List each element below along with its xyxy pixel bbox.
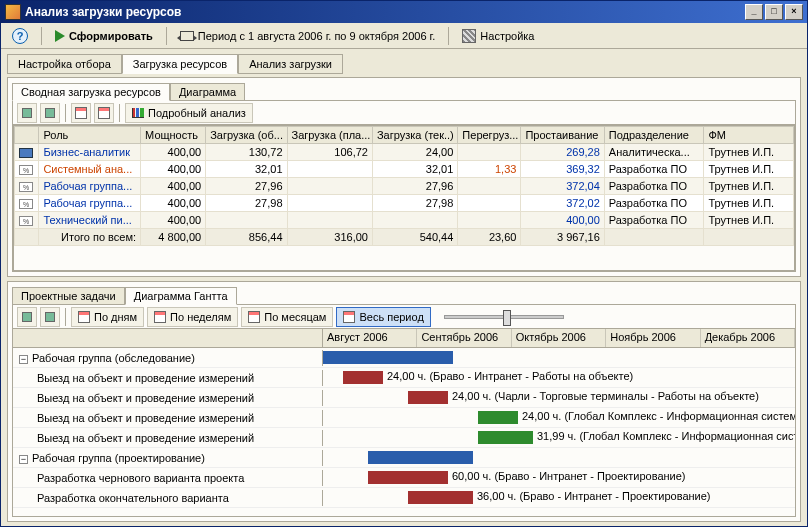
whole-period-button[interactable]: Весь период: [336, 307, 430, 327]
timeline-month: Сентябрь 2006: [417, 329, 511, 347]
gantt-bar-label: 36,00 ч. (Браво - Интранет - Проектирова…: [477, 490, 711, 502]
btn-expand-1[interactable]: [17, 103, 37, 123]
tab-load[interactable]: Загрузка ресурсов: [122, 54, 238, 74]
subtab-diagram[interactable]: Диаграмма: [170, 83, 245, 101]
content-area: Настройка отбора Загрузка ресурсов Анали…: [1, 49, 807, 526]
gantt-task-row[interactable]: Выезд на объект и проведение измерений24…: [13, 388, 795, 408]
col-icon[interactable]: [15, 127, 39, 144]
play-icon: [55, 30, 65, 42]
help-button[interactable]: ?: [5, 25, 35, 47]
col-ov[interactable]: Перегруз...: [458, 127, 521, 144]
gantt-bar[interactable]: [343, 371, 383, 384]
close-button[interactable]: ×: [785, 4, 803, 20]
table-row[interactable]: Бизнес-аналитик400,00130,72106,7224,0026…: [15, 144, 794, 161]
col-cap[interactable]: Мощность: [141, 127, 206, 144]
settings-button[interactable]: Настройка: [455, 25, 541, 47]
col-l3[interactable]: Загрузка (тек..): [372, 127, 457, 144]
timeline-month: Ноябрь 2006: [606, 329, 700, 347]
table-row[interactable]: %Технический пи...400,00400,00Разработка…: [15, 212, 794, 229]
tree-icon: [22, 108, 32, 118]
btn-gantt-1[interactable]: [17, 307, 37, 327]
gantt-header-left: [13, 329, 323, 347]
tree-toggle[interactable]: −: [19, 455, 28, 464]
gantt-row-bars: 36,00 ч. (Браво - Интранет - Проектирова…: [323, 488, 795, 507]
gantt-row-label: −Рабочая группа (обследование): [13, 350, 323, 366]
timeline-month: Октябрь 2006: [512, 329, 606, 347]
help-icon: ?: [12, 28, 28, 44]
gantt-row-label: Выезд на объект и проведение измерений: [13, 410, 323, 426]
gantt-bar-label: 60,00 ч. (Браво - Интранет - Проектирова…: [452, 470, 686, 482]
gantt-task-row[interactable]: Разработка окончательного варианта36,00 …: [13, 488, 795, 508]
btn-col-2[interactable]: [94, 103, 114, 123]
timeline-month: Август 2006: [323, 329, 417, 347]
gantt-bar[interactable]: [408, 491, 473, 504]
subtab-gantt[interactable]: Диаграмма Гантта: [125, 287, 237, 305]
maximize-button[interactable]: □: [765, 4, 783, 20]
gantt-body[interactable]: −Рабочая группа (обследование)Выезд на о…: [13, 348, 795, 516]
gantt-task-row[interactable]: Выезд на объект и проведение измерений31…: [13, 428, 795, 448]
gantt-bar[interactable]: [478, 431, 533, 444]
gantt-row-bars: 24,00 ч. (Глобал Комплекс - Информационн…: [323, 408, 795, 427]
gantt-timeline: Август 2006Сентябрь 2006Октябрь 2006Нояб…: [323, 329, 795, 347]
app-window: Анализ загрузки ресурсов _ □ × ? Сформир…: [0, 0, 808, 527]
table-row[interactable]: %Рабочая группа...400,0027,9827,98372,02…: [15, 195, 794, 212]
col-dept[interactable]: Подразделение: [604, 127, 704, 144]
by-week-button[interactable]: По неделям: [147, 307, 238, 327]
col-idle[interactable]: Простаивание: [521, 127, 604, 144]
period-icon: [180, 31, 194, 41]
by-day-button[interactable]: По дням: [71, 307, 144, 327]
gantt-row-label: Выезд на объект и проведение измерений: [13, 370, 323, 386]
gantt-bar-label: 31,99 ч. (Глобал Комплекс - Информационн…: [537, 430, 795, 442]
zoom-slider[interactable]: [444, 315, 564, 319]
gantt-bar[interactable]: [368, 451, 473, 464]
gantt-group-row[interactable]: −Рабочая группа (проектирование): [13, 448, 795, 468]
tab-analysis[interactable]: Анализ загрузки: [238, 54, 343, 74]
main-toolbar: ? Сформировать Период с 1 августа 2006 г…: [1, 23, 807, 49]
slider-thumb[interactable]: [503, 310, 511, 326]
btn-col-1[interactable]: [71, 103, 91, 123]
calendar-icon: [343, 311, 355, 323]
gantt-bar[interactable]: [368, 471, 448, 484]
gantt-row-label: −Рабочая группа (проектирование): [13, 450, 323, 466]
calendar-icon: [78, 311, 90, 323]
gantt-task-row[interactable]: Выезд на объект и проведение измерений24…: [13, 368, 795, 388]
btn-gantt-2[interactable]: [40, 307, 60, 327]
by-month-button[interactable]: По месяцам: [241, 307, 333, 327]
gantt-row-bars: [323, 348, 795, 367]
table-row[interactable]: %Рабочая группа...400,0027,9627,96372,04…: [15, 178, 794, 195]
bot-subpanel: По дням По неделям По месяцам Весь перио…: [12, 304, 796, 517]
btn-expand-2[interactable]: [40, 103, 60, 123]
gantt-row-bars: 24,00 ч. (Чарли - Торговые терминалы - Р…: [323, 388, 795, 407]
top-panel: Сводная загрузка ресурсов Диаграмма Подр…: [7, 77, 801, 277]
titlebar: Анализ загрузки ресурсов _ □ ×: [1, 1, 807, 23]
col-fm[interactable]: ФМ: [704, 127, 794, 144]
gantt-row-label: Выезд на объект и проведение измерений: [13, 430, 323, 446]
period-button[interactable]: Период с 1 августа 2006 г. по 9 октября …: [173, 25, 443, 47]
gantt-task-row[interactable]: Выезд на объект и проведение измерений24…: [13, 408, 795, 428]
window-title: Анализ загрузки ресурсов: [25, 5, 181, 19]
form-button[interactable]: Сформировать: [48, 25, 160, 47]
bot-mini-toolbar: По дням По неделям По месяцам Весь перио…: [13, 305, 795, 329]
gantt-task-row[interactable]: Разработка чернового варианта проекта60,…: [13, 468, 795, 488]
col-role[interactable]: Роль: [39, 127, 141, 144]
calendar-icon: [154, 311, 166, 323]
tree-toggle[interactable]: −: [19, 355, 28, 364]
gantt-bar-label: 24,00 ч. (Чарли - Торговые терминалы - Р…: [452, 390, 759, 402]
subtab-summary[interactable]: Сводная загрузка ресурсов: [12, 83, 170, 101]
grid-container[interactable]: Роль Мощность Загрузка (об... Загрузка (…: [13, 125, 795, 271]
detail-analysis-button[interactable]: Подробный анализ: [125, 103, 253, 123]
gantt-group-row[interactable]: −Рабочая группа (обследование): [13, 348, 795, 368]
gantt-bar-label: 24,00 ч. (Браво - Интранет - Работы на о…: [387, 370, 633, 382]
gantt-bar[interactable]: [323, 351, 453, 364]
col-l2[interactable]: Загрузка (пла...: [287, 127, 372, 144]
gantt-header: Август 2006Сентябрь 2006Октябрь 2006Нояб…: [13, 329, 795, 348]
minimize-button[interactable]: _: [745, 4, 763, 20]
subtab-tasks[interactable]: Проектные задачи: [12, 287, 125, 305]
top-mini-toolbar: Подробный анализ: [13, 101, 795, 125]
tree-icon: [45, 108, 55, 118]
tab-filter[interactable]: Настройка отбора: [7, 54, 122, 74]
gantt-bar[interactable]: [478, 411, 518, 424]
table-row[interactable]: %Системный ана...400,0032,0132,011,33369…: [15, 161, 794, 178]
col-l1[interactable]: Загрузка (об...: [206, 127, 287, 144]
gantt-bar[interactable]: [408, 391, 448, 404]
